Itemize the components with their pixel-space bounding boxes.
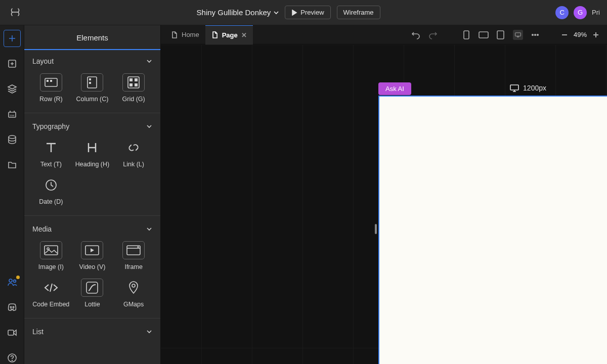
element-video[interactable]: Video (V) [72,238,113,276]
element-label: GMaps [123,301,144,308]
rail-collab-icon[interactable] [6,276,18,288]
canvas-viewport[interactable]: Ask AI 1200px [161,44,607,364]
section-head-layout[interactable]: Layout [30,50,154,70]
element-label: Text (T) [40,161,62,168]
video-icon [85,245,99,255]
element-row[interactable]: Row (R) [30,70,72,108]
element-label: Image (I) [38,263,64,270]
file-icon [171,31,178,38]
code-icon [44,283,59,293]
svg-rect-35 [510,85,518,90]
chevron-down-icon [146,226,152,232]
wireframe-button[interactable]: Wireframe [337,6,380,19]
avatar-c[interactable]: C [555,6,569,19]
svg-rect-10 [47,80,49,82]
element-link[interactable]: Link (L) [113,135,154,173]
svg-point-8 [12,360,12,361]
device-mobile-icon[interactable] [461,30,471,40]
element-label: Heading (H) [75,161,109,168]
element-code-embed[interactable]: Code Embed [30,276,72,313]
privacy-label[interactable]: Pri [592,9,600,16]
column-icon [87,76,97,88]
avatar-g[interactable]: G [574,6,587,19]
rail-video-icon[interactable] [6,327,18,339]
element-label: Grid (G) [122,96,145,103]
tab-page[interactable]: Page ✕ [205,25,253,44]
resize-handle-left[interactable] [375,224,377,234]
rail-add-page[interactable] [6,58,18,70]
top-bar: Shiny Gullible Donkey Preview Wireframe … [0,0,607,25]
chevron-down-icon [146,58,152,64]
section-title: Layout [32,57,54,65]
tab-home[interactable]: Home [165,25,205,44]
svg-rect-16 [129,78,133,81]
rail-style-icon[interactable]: css [6,108,18,120]
svg-rect-26 [86,282,98,293]
svg-rect-6 [8,330,14,335]
ask-ai-button[interactable]: Ask AI [378,82,411,95]
undo-button[interactable] [411,30,421,40]
clock-icon [45,178,58,192]
element-gmaps[interactable]: GMaps [113,276,154,313]
section-head-media[interactable]: Media [30,218,154,238]
element-lottie[interactable]: Lottie [72,276,113,313]
preview-button[interactable]: Preview [285,6,330,19]
svg-point-34 [537,34,539,35]
element-column[interactable]: Column (C) [72,70,113,108]
rail-discord-icon[interactable] [6,301,18,313]
chevron-down-icon [274,10,279,15]
section-head-typography[interactable]: Typography [30,115,154,135]
text-icon [45,141,58,154]
svg-rect-28 [464,31,469,39]
svg-point-33 [535,34,536,35]
rail-help-icon[interactable] [6,352,18,364]
element-label: Column (C) [76,96,109,103]
rail-data[interactable] [6,133,18,146]
section-head-list[interactable]: List [30,321,154,341]
element-heading[interactable]: Heading (H) [72,135,113,173]
iframe-icon [126,245,141,255]
svg-rect-13 [89,78,91,80]
svg-point-27 [132,284,135,287]
more-icon[interactable] [530,30,540,40]
svg-point-22 [47,248,49,250]
rail-layers[interactable] [6,83,18,95]
svg-point-4 [9,279,12,282]
zoom-out-button[interactable] [559,30,570,40]
section-typography: Typography Text (T) Heading (H) Link (L) [24,115,160,213]
rail-add-element[interactable] [6,32,18,44]
element-label: Code Embed [32,301,69,308]
tab-label: Home [182,31,199,38]
section-title: Typography [32,122,69,130]
element-text[interactable]: Text (T) [30,135,72,173]
project-name[interactable]: Shiny Gullible Donkey [197,8,279,17]
svg-rect-9 [45,78,57,86]
tab-bar: Home Page ✕ 49% [161,25,607,44]
device-desktop-icon[interactable] [513,30,523,40]
section-layout: Layout Row (R) Column (C) Grid (G) [24,50,160,111]
play-icon [291,10,297,16]
rail-assets[interactable] [6,159,18,171]
element-grid[interactable]: Grid (G) [113,70,154,108]
element-date[interactable]: Date (D) [30,173,72,210]
element-label: Iframe [124,263,142,270]
element-label: Date (D) [39,198,63,205]
redo-button[interactable] [428,30,438,40]
device-tablet-landscape-icon[interactable] [479,30,489,40]
svg-point-25 [138,247,139,248]
preview-label: Preview [300,9,324,16]
zoom-value: 49% [574,31,587,38]
section-media: Media Image (I) Video (V) Iframe [24,218,160,316]
desktop-icon [510,84,519,92]
zoom-in-button[interactable] [591,30,601,40]
element-iframe[interactable]: Iframe [113,238,154,276]
app-logo[interactable] [9,7,21,19]
svg-rect-29 [479,32,488,38]
device-tablet-icon[interactable] [496,30,506,40]
close-icon[interactable]: ✕ [241,31,247,39]
svg-rect-31 [515,32,521,36]
page-canvas[interactable] [378,96,607,364]
svg-point-5 [13,280,16,283]
canvas-width-label: 1200px [510,84,546,92]
element-image[interactable]: Image (I) [30,238,72,276]
